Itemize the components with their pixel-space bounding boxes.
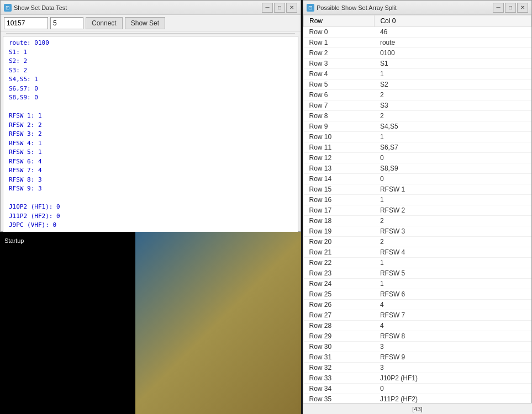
output-line	[9, 194, 292, 203]
row-label: Row 22	[304, 258, 375, 268]
output-line: RFSW 3: 2	[9, 130, 292, 139]
table-row: Row 17RFSW 2	[304, 205, 531, 216]
row-value: 0	[375, 174, 531, 184]
row-label: Row 19	[304, 226, 375, 237]
output-line: RFSW 2: 2	[9, 121, 292, 130]
row-label: Row 29	[304, 331, 375, 342]
output-line: S6,S7: 0	[9, 84, 292, 94]
row-value: 1	[375, 195, 531, 205]
right-maximize-button[interactable]: □	[505, 3, 516, 13]
table-header-row: Row Col 0	[304, 15, 531, 27]
host-input[interactable]	[4, 17, 48, 29]
port-input[interactable]	[50, 17, 83, 29]
col-0-header: Col 0	[375, 15, 531, 27]
close-button[interactable]: ✕	[286, 3, 297, 13]
row-value: RFSW 9	[375, 352, 531, 363]
row-label: Row 30	[304, 342, 375, 352]
row-label: Row 7	[304, 100, 375, 111]
table-row: Row 13S8,S9	[304, 163, 531, 174]
row-label: Row 15	[304, 184, 375, 195]
row-value: route	[375, 38, 531, 48]
row-label: Row 23	[304, 268, 375, 279]
row-value: RFSW 5	[375, 268, 531, 279]
table-row: Row 21RFSW 4	[304, 247, 531, 258]
row-label: Row 1	[304, 38, 375, 48]
row-value: 2	[375, 90, 531, 100]
left-window-title: Show Set Data Test	[14, 4, 67, 11]
bottom-area: Startup	[0, 232, 301, 414]
row-label: Row 24	[304, 279, 375, 289]
maximize-button[interactable]: □	[274, 3, 285, 13]
row-label: Row 28	[304, 321, 375, 331]
row-label: Row 17	[304, 205, 375, 216]
output-line	[9, 103, 292, 112]
right-close-button[interactable]: ✕	[517, 3, 528, 13]
right-titlebar-controls: ─ □ ✕	[493, 3, 528, 13]
row-value: 3	[375, 342, 531, 352]
output-line: RFSW 1: 1	[9, 112, 292, 121]
right-titlebar: ⊡ Possible Show Set Array Split ─ □ ✕	[303, 1, 531, 15]
row-label: Row 27	[304, 310, 375, 321]
startup-label: Startup	[4, 237, 24, 244]
window-content: route: 0100S1: 1S2: 2S3: 2S4,S5: 1S6,S7:…	[1, 32, 301, 235]
left-titlebar: ⊡ Show Set Data Test ─ □ ✕	[1, 1, 301, 15]
row-label: Row 32	[304, 363, 375, 373]
table-row: Row 11S6,S7	[304, 142, 531, 153]
table-row: Row 31RFSW 9	[304, 352, 531, 363]
table-row: Row 140	[304, 174, 531, 184]
row-label: Row 14	[304, 174, 375, 184]
right-minimize-button[interactable]: ─	[493, 3, 504, 13]
output-line: S1: 1	[9, 48, 292, 57]
table-row: Row 161	[304, 195, 531, 205]
connect-button[interactable]: Connect	[86, 17, 123, 29]
row-label: Row 16	[304, 195, 375, 205]
table-row: Row 20100	[304, 48, 531, 59]
background-image	[135, 232, 301, 414]
row-value: 3	[375, 363, 531, 373]
table-row: Row 23RFSW 5	[304, 268, 531, 279]
table-row: Row 221	[304, 258, 531, 268]
row-value: RFSW 6	[375, 289, 531, 300]
row-label: Row 18	[304, 216, 375, 226]
separator	[6, 33, 295, 34]
toolbar: Connect Show Set	[1, 15, 301, 32]
data-table: Row Col 0 Row 046Row 1routeRow 20100Row …	[303, 15, 531, 413]
row-value: S6,S7	[375, 142, 531, 153]
table-row: Row 33J10P2 (HF1)	[304, 373, 531, 384]
left-window: ⊡ Show Set Data Test ─ □ ✕ Connect Show …	[0, 0, 301, 232]
col-row-header: Row	[304, 15, 375, 27]
row-label: Row 9	[304, 121, 375, 132]
row-value: S4,S5	[375, 121, 531, 132]
table-row: Row 82	[304, 111, 531, 121]
table-footer: [43]	[303, 403, 532, 414]
table-row: Row 323	[304, 363, 531, 373]
output-line: S2: 2	[9, 57, 292, 66]
row-value: 1	[375, 258, 531, 268]
row-value: 0	[375, 384, 531, 394]
minimize-button[interactable]: ─	[262, 3, 273, 13]
right-app-icon: ⊡	[307, 4, 314, 12]
output-line: J9PC (VHF): 0	[9, 221, 292, 230]
row-label: Row 34	[304, 384, 375, 394]
output-line: RFSW 7: 4	[9, 166, 292, 176]
row-value: 4	[375, 321, 531, 331]
output-line: RFSW 8: 3	[9, 176, 292, 185]
row-value: RFSW 3	[375, 226, 531, 237]
table-row: Row 3S1	[304, 59, 531, 69]
table-container[interactable]: Row Col 0 Row 046Row 1routeRow 20100Row …	[303, 15, 531, 413]
output-line: RFSW 6: 4	[9, 157, 292, 167]
table-row: Row 046	[304, 27, 531, 38]
table-row: Row 29RFSW 8	[304, 331, 531, 342]
row-value: 46	[375, 27, 531, 38]
row-value: 0	[375, 153, 531, 163]
show-set-button[interactable]: Show Set	[125, 17, 165, 29]
row-label: Row 6	[304, 90, 375, 100]
table-row: Row 41	[304, 69, 531, 79]
row-value: RFSW 8	[375, 331, 531, 342]
output-line: S3: 2	[9, 66, 292, 76]
row-value: RFSW 4	[375, 247, 531, 258]
row-value: S8,S9	[375, 163, 531, 174]
output-line: S4,S5: 1	[9, 75, 292, 84]
right-window: ⊡ Possible Show Set Array Split ─ □ ✕ Ro…	[303, 0, 532, 414]
output-area[interactable]: route: 0100S1: 1S2: 2S3: 2S4,S5: 1S6,S7:…	[3, 36, 298, 234]
